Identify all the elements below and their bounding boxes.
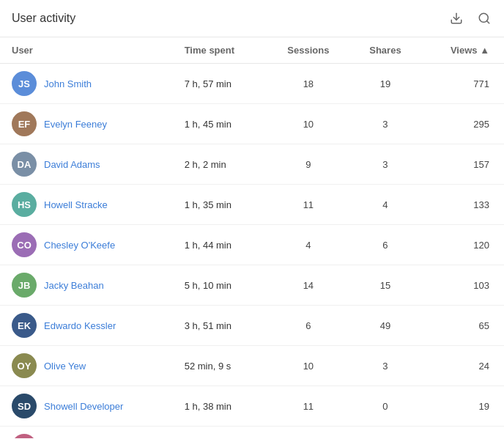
download-button[interactable]	[448, 10, 464, 26]
views-cell: 133	[420, 185, 504, 225]
time-spent-cell: 3 h, 51 min	[173, 306, 267, 346]
sessions-cell: 11	[267, 386, 350, 427]
user-cell: JS John Smith	[0, 64, 173, 104]
user-cell: EF Evelyn Feeney	[0, 104, 173, 144]
table-row: SD Showell Developer 1 h, 38 min11019	[0, 386, 504, 427]
views-cell: 295	[420, 104, 504, 144]
views-cell: 157	[420, 144, 504, 185]
views-cell: 120	[420, 225, 504, 265]
search-button[interactable]	[476, 10, 492, 26]
time-spent-cell: 1 h, 35 min	[173, 185, 267, 225]
header: User activity	[0, 0, 504, 37]
shares-cell: 3	[350, 104, 420, 144]
views-cell: 19	[420, 386, 504, 427]
views-cell: 65	[420, 306, 504, 346]
shares-cell: 15	[350, 265, 420, 306]
user-activity-table: User Time spent Sessions Shares Views ▲ …	[0, 37, 504, 438]
page-title: User activity	[12, 12, 75, 25]
avatar: EF	[12, 111, 37, 136]
views-cell: 19	[420, 427, 504, 439]
shares-cell: 9	[350, 427, 420, 439]
sessions-cell: 10	[267, 346, 350, 386]
shares-cell: 3	[350, 144, 420, 185]
user-cell: SD Showell Developer	[0, 386, 173, 427]
time-spent-cell: 5 h, 10 min	[173, 265, 267, 306]
sessions-cell: 9	[267, 144, 350, 185]
table-row: OY Olive Yew 52 min, 9 s10324	[0, 346, 504, 386]
sessions-cell: 14	[267, 265, 350, 306]
table-row: MR Merle Ritchie 1 h, 11 min6919	[0, 427, 504, 439]
user-name-link[interactable]: Howell Stracke	[44, 199, 108, 210]
time-spent-cell: 7 h, 57 min	[173, 64, 267, 104]
col-header-sessions: Sessions	[267, 37, 350, 64]
sessions-cell: 18	[267, 64, 350, 104]
user-cell: CO Chesley O'Keefe	[0, 225, 173, 265]
user-name-link[interactable]: John Smith	[44, 78, 92, 89]
time-spent-cell: 1 h, 38 min	[173, 386, 267, 427]
table-row: CO Chesley O'Keefe 1 h, 44 min46120	[0, 225, 504, 265]
avatar: SD	[12, 394, 37, 418]
shares-cell: 0	[350, 386, 420, 427]
col-header-user: User	[0, 37, 173, 64]
sessions-cell: 11	[267, 185, 350, 225]
time-spent-cell: 2 h, 2 min	[173, 144, 267, 185]
table-row: DA David Adams 2 h, 2 min93157	[0, 144, 504, 185]
shares-cell: 19	[350, 64, 420, 104]
user-cell: DA David Adams	[0, 144, 173, 185]
svg-line-2	[486, 21, 489, 23]
table-row: EK Edwardo Kessler 3 h, 51 min64965	[0, 306, 504, 346]
shares-cell: 6	[350, 225, 420, 265]
sort-arrow-icon: ▲	[480, 45, 489, 56]
user-name-link[interactable]: Evelyn Feeney	[44, 119, 107, 130]
avatar: JB	[12, 273, 37, 298]
col-header-time: Time spent	[173, 37, 267, 64]
user-cell: JB Jacky Beahan	[0, 265, 173, 306]
shares-cell: 49	[350, 306, 420, 346]
views-cell: 103	[420, 265, 504, 306]
time-spent-cell: 52 min, 9 s	[173, 346, 267, 386]
table-row: JB Jacky Beahan 5 h, 10 min1415103	[0, 265, 504, 306]
table-header-row: User Time spent Sessions Shares Views ▲	[0, 37, 504, 64]
col-header-shares: Shares	[350, 37, 420, 64]
sessions-cell: 10	[267, 104, 350, 144]
header-actions	[448, 10, 492, 26]
time-spent-cell: 1 h, 11 min	[173, 427, 267, 439]
user-name-link[interactable]: Chesley O'Keefe	[44, 240, 115, 251]
user-cell: MR Merle Ritchie	[0, 427, 173, 439]
user-name-link[interactable]: David Adams	[44, 159, 100, 170]
time-spent-cell: 1 h, 45 min	[173, 104, 267, 144]
user-name-link[interactable]: Showell Developer	[44, 401, 123, 412]
avatar: CO	[12, 232, 37, 257]
app-container: User activity User T	[0, 0, 504, 438]
views-cell: 771	[420, 64, 504, 104]
table-container[interactable]: User Time spent Sessions Shares Views ▲ …	[0, 37, 504, 438]
avatar: OY	[12, 353, 37, 378]
avatar: MR	[12, 434, 37, 438]
user-cell: EK Edwardo Kessler	[0, 306, 173, 346]
user-cell: HS Howell Stracke	[0, 185, 173, 225]
shares-cell: 3	[350, 346, 420, 386]
table-row: EF Evelyn Feeney 1 h, 45 min103295	[0, 104, 504, 144]
user-name-link[interactable]: Olive Yew	[44, 361, 86, 372]
avatar: HS	[12, 192, 37, 217]
user-name-link[interactable]: Edwardo Kessler	[44, 320, 116, 331]
avatar: EK	[12, 313, 37, 338]
views-cell: 24	[420, 346, 504, 386]
sessions-cell: 6	[267, 427, 350, 439]
avatar: JS	[12, 71, 37, 96]
shares-cell: 4	[350, 185, 420, 225]
table-row: HS Howell Stracke 1 h, 35 min114133	[0, 185, 504, 225]
col-header-views[interactable]: Views ▲	[420, 37, 504, 64]
user-name-link[interactable]: Jacky Beahan	[44, 280, 104, 291]
table-row: JS John Smith 7 h, 57 min1819771	[0, 64, 504, 104]
sessions-cell: 4	[267, 225, 350, 265]
time-spent-cell: 1 h, 44 min	[173, 225, 267, 265]
user-cell: OY Olive Yew	[0, 346, 173, 386]
sessions-cell: 6	[267, 306, 350, 346]
avatar: DA	[12, 152, 37, 177]
